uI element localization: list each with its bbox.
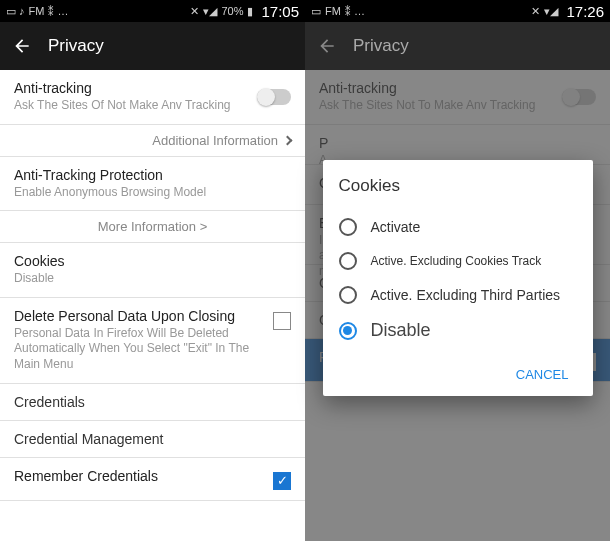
cookies-dialog: Cookies Activate Active. Excluding Cooki… [323,160,593,396]
status-bar: ▭ FM ⁑ … ✕ ▾◢ 17:26 [305,0,610,22]
more-info-link[interactable]: More Information > [0,211,305,243]
radio-icon [339,322,357,340]
fm-label: FM [325,5,341,17]
radio-icon [339,218,357,236]
delete-data-checkbox[interactable] [273,312,291,330]
cookies-title: Cookies [14,253,291,269]
battery-label: 70% [221,5,243,17]
delete-data-row[interactable]: Delete Personal Data Upon Closing Person… [0,298,305,384]
header: Privacy [305,22,610,70]
additional-info-link[interactable]: Additional Information [0,125,305,157]
back-icon[interactable] [12,36,32,56]
notif-icon: ▭ [311,5,321,18]
dialog-title: Cookies [339,176,577,196]
phone-right: ▭ FM ⁑ … ✕ ▾◢ 17:26 Privacy Anti-trackin… [305,0,610,541]
anti-tracking-toggle[interactable] [257,89,291,105]
clock: 17:05 [261,3,299,20]
radio-icon [339,286,357,304]
bt-icon: ⁑ … [48,5,68,18]
protection-sub: Enable Anonymous Browsing Model [14,185,291,201]
remember-label: Remember Credentials [14,468,158,484]
back-icon[interactable] [317,36,337,56]
vibrate-icon: ✕ [190,5,199,18]
credential-mgmt-row[interactable]: Credential Management [0,421,305,458]
phone-left: ▭ ♪ FM ⁑ … ✕ ▾◢ 70% ▮ 17:05 Privacy Anti… [0,0,305,541]
chevron-right-icon [283,135,293,145]
header-title: Privacy [48,36,104,56]
remember-credentials-row[interactable]: Remember Credentials ✓ [0,458,305,501]
vibrate-icon: ✕ [531,5,540,18]
radio-label: Active. Excluding Third Parties [371,287,561,303]
anti-tracking-row[interactable]: Anti-tracking Ask The Sites Of Not Make … [0,70,305,125]
notif-icon: ▭ ♪ [6,5,25,18]
wifi-icon: ▾◢ [544,5,558,18]
protection-row[interactable]: Anti-Tracking Protection Enable Anonymou… [0,157,305,212]
status-bar: ▭ ♪ FM ⁑ … ✕ ▾◢ 70% ▮ 17:05 [0,0,305,22]
more-info-label: More Information > [98,219,207,234]
delete-data-sub: Personal Data In Firefox Will Be Deleted… [14,326,263,373]
fm-label: FM [29,5,45,17]
bt-icon: ⁑ … [345,5,365,18]
wifi-icon: ▾◢ [203,5,217,18]
radio-icon [339,252,357,270]
cancel-button[interactable]: CANCEL [508,361,577,388]
anti-tracking-sub: Ask The Sites Of Not Make Anv Tracking [14,98,231,114]
clock: 17:26 [566,3,604,20]
credentials-header: Credentials [0,384,305,421]
radio-disable[interactable]: Disable [339,312,577,349]
radio-activate[interactable]: Activate [339,210,577,244]
radio-excl-third[interactable]: Active. Excluding Third Parties [339,278,577,312]
radio-label: Disable [371,320,431,341]
anti-tracking-title: Anti-tracking [14,80,231,96]
dialog-overlay[interactable]: Cookies Activate Active. Excluding Cooki… [305,70,610,541]
dialog-actions: CANCEL [339,349,577,388]
delete-data-title: Delete Personal Data Upon Closing [14,308,263,324]
settings-content: Anti-tracking Ask The Sites Of Not Make … [0,70,305,541]
additional-info-label: Additional Information [152,133,278,148]
radio-label: Activate [371,219,421,235]
cookies-value: Disable [14,271,291,287]
cookies-row[interactable]: Cookies Disable [0,243,305,298]
remember-checkbox[interactable]: ✓ [273,472,291,490]
radio-excl-track[interactable]: Active. Excluding Cookies Track [339,244,577,278]
protection-title: Anti-Tracking Protection [14,167,291,183]
header-title: Privacy [353,36,409,56]
header: Privacy [0,22,305,70]
battery-icon: ▮ [247,5,253,18]
radio-label: Active. Excluding Cookies Track [371,254,542,268]
